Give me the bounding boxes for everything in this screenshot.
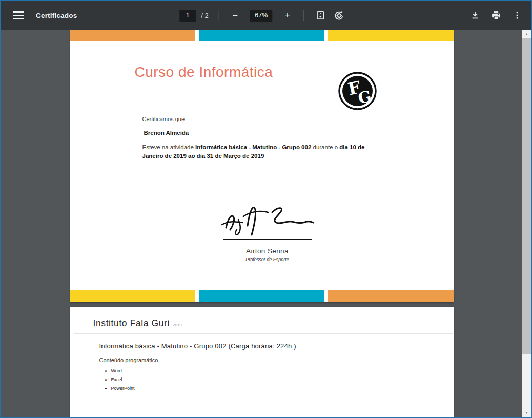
download-icon[interactable] — [468, 9, 482, 22]
decorative-bars-top — [70, 30, 454, 41]
certificate-title: Curso de Informática — [135, 64, 273, 81]
activity-name: Informática básica - Matutino - Grupo 00… — [195, 144, 311, 150]
zoom-out-button[interactable]: − — [229, 9, 242, 22]
certificate-page-1: Curso de Informática F G Certificamos qu… — [70, 30, 454, 302]
document-title: Certificados — [36, 12, 77, 19]
institute-name: Instituto Fala Guri — [93, 318, 170, 329]
page-number-input[interactable] — [179, 10, 196, 22]
bar-yellow — [328, 30, 454, 41]
pdf-viewer-area: Curso de Informática F G Certificamos qu… — [1, 30, 531, 417]
fit-to-page-icon[interactable] — [314, 9, 328, 22]
bar-teal — [199, 290, 324, 302]
bar-yellow — [70, 290, 196, 302]
course-description: Informática básica - Matutino - Grupo 00… — [70, 334, 454, 350]
bar-orange — [328, 290, 454, 302]
decorative-bars-bottom — [70, 290, 454, 302]
menu-icon[interactable] — [13, 11, 24, 19]
print-icon[interactable] — [489, 9, 503, 22]
programme-list: Word Excel PowerPoint — [111, 368, 454, 391]
toolbar-separator — [218, 10, 219, 21]
content-label: Conteúdo programático — [70, 350, 454, 363]
signature-image — [219, 201, 316, 238]
zoom-in-button[interactable]: + — [281, 9, 294, 22]
signature-block: Airton Senna Professor de Esporte — [203, 201, 332, 262]
list-item: Excel — [111, 377, 454, 382]
scroll-up-button[interactable]: ▲ — [522, 30, 531, 38]
pdf-toolbar: Certificados / 2 − + — [1, 1, 531, 30]
scroll-down-button[interactable]: ▼ — [522, 408, 531, 417]
student-name: Brenon Almeida — [142, 130, 383, 136]
certify-label: Certificamos que — [142, 116, 383, 122]
institute-year: 2019 — [173, 323, 182, 327]
more-vertical-icon[interactable] — [510, 9, 524, 22]
page-total-label: / 2 — [201, 12, 208, 19]
toolbar-separator — [304, 10, 304, 21]
list-item: PowerPoint — [111, 386, 454, 391]
signer-name: Airton Senna — [203, 247, 332, 255]
rotate-icon[interactable] — [333, 9, 346, 22]
list-item: Word — [111, 368, 454, 373]
bar-orange — [70, 30, 196, 41]
bar-teal — [199, 30, 324, 41]
certificate-body: Esteve na atividade Informática básica -… — [142, 143, 383, 161]
signature-line — [223, 239, 312, 240]
certificate-page-2: Instituto Fala Guri 2019 Informática bás… — [70, 307, 454, 417]
zoom-level-input[interactable] — [250, 10, 273, 22]
vertical-scrollbar[interactable]: ▲ ▼ — [522, 30, 531, 417]
signer-role: Professor de Esporte — [203, 257, 332, 262]
scrollbar-thumb[interactable] — [522, 38, 531, 354]
institute-logo: F G — [338, 71, 377, 111]
